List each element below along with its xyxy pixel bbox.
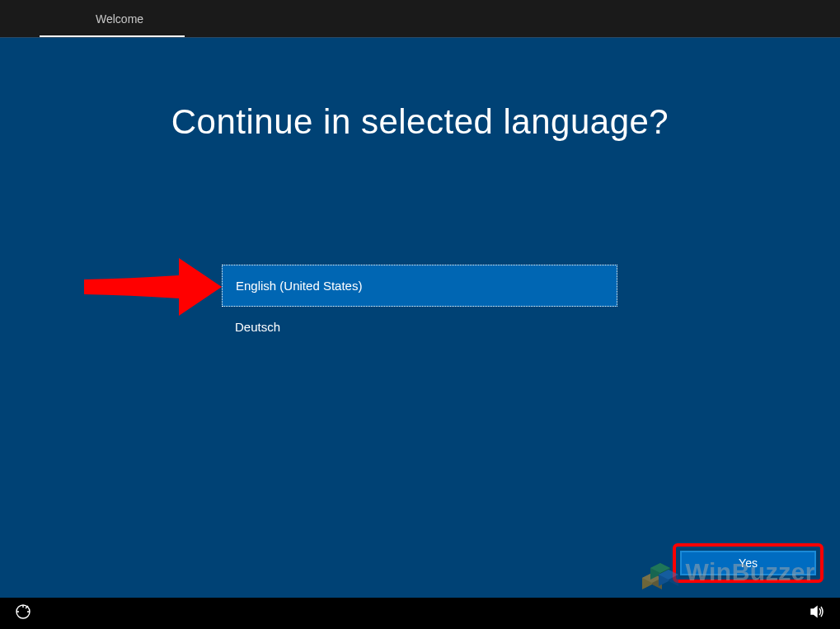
annotation-arrow — [80, 255, 224, 322]
yes-button[interactable]: Yes — [680, 551, 816, 575]
yes-button-label: Yes — [739, 556, 758, 570]
watermark-logo-icon — [627, 547, 678, 598]
volume-icon[interactable] — [804, 598, 830, 628]
language-item-english-us[interactable]: English (United States) — [222, 265, 617, 307]
language-label: Deutsch — [235, 320, 280, 334]
tab-label: Welcome — [96, 12, 143, 26]
tab-welcome[interactable]: Welcome — [40, 2, 185, 37]
ease-of-access-icon[interactable] — [10, 598, 36, 628]
main-content: Continue in selected language? English (… — [0, 37, 840, 598]
annotation-highlight-yes: Yes — [673, 543, 824, 583]
page-heading: Continue in selected language? — [0, 38, 840, 142]
language-label: English (United States) — [236, 279, 362, 293]
tab-bar: Welcome — [0, 0, 840, 37]
bottom-bar — [0, 598, 840, 629]
language-list: English (United States) Deutsch — [222, 265, 617, 347]
language-item-deutsch[interactable]: Deutsch — [222, 307, 617, 347]
